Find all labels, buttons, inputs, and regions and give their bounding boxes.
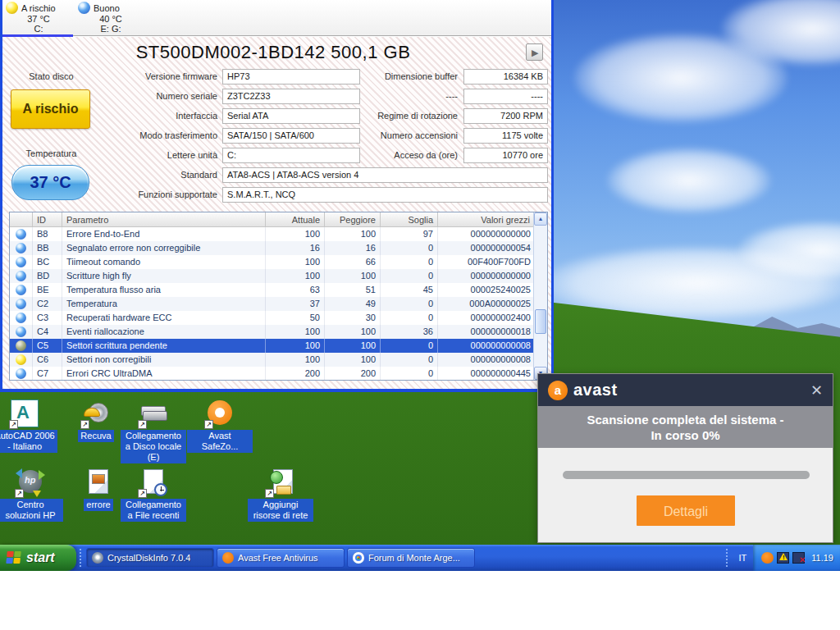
col-parametro[interactable]: Parametro: [62, 212, 266, 226]
disk-health-button[interactable]: A rischio: [11, 89, 90, 129]
disk-tab-temp: 37 °C: [6, 14, 71, 24]
smart-row-BB[interactable]: BB Segnalato errore non correggibile 16 …: [10, 241, 547, 255]
desktop-icon-autocad[interactable]: A↗ AutoCAD 2006 - Italiano: [0, 399, 57, 453]
disk-status-led-blue-icon: [78, 2, 90, 14]
attr-threshold: 0: [381, 311, 438, 325]
col-valori-grezzi[interactable]: Valori grezzi: [438, 212, 535, 226]
field-value[interactable]: Serial ATA: [222, 108, 360, 124]
field-label: Lettere unità: [101, 150, 217, 160]
field-value[interactable]: 16384 KB: [463, 69, 548, 84]
desktop-icon-centro-hp[interactable]: hp↗ Centro soluzioni HP: [0, 468, 63, 522]
attr-raw: 00F400F700FD: [438, 255, 535, 269]
scroll-thumb[interactable]: [535, 309, 546, 334]
attr-worst: 49: [325, 297, 381, 311]
desktop-icon-risorse-rete[interactable]: ↗ Aggiungi risorse di rete: [248, 468, 313, 522]
smart-row-C2[interactable]: C2 Temperatura 37 49 0 000A00000025: [10, 297, 547, 311]
security-warning-tray-icon[interactable]: !: [777, 552, 789, 564]
field-label: Acceso da (ore): [363, 150, 458, 160]
smart-row-BD[interactable]: BD Scritture high fly 100 100 0 00000000…: [10, 269, 547, 283]
clock[interactable]: 11.19: [811, 553, 833, 563]
field-value[interactable]: 7200 RPM: [463, 108, 548, 124]
attr-name: Scritture high fly: [62, 269, 266, 283]
smart-row-C4[interactable]: C4 Eventi riallocazione 100 100 36 00000…: [10, 325, 547, 339]
attr-current: 100: [266, 353, 325, 367]
attribute-led-blue-icon: [10, 311, 33, 325]
smart-row-C6[interactable]: C6 Settori non corregibili 100 100 0 000…: [10, 353, 547, 367]
errore-icon: [84, 468, 112, 496]
field-value[interactable]: HP73: [222, 69, 360, 84]
recuva-icon: ↗: [82, 399, 110, 427]
shortcut-arrow-icon: ↗: [15, 489, 24, 498]
attr-worst: 30: [325, 311, 381, 325]
taskbar-button-avast[interactable]: Avast Free Antivirus: [217, 548, 345, 568]
desktop-icon-disco-locale[interactable]: ↗ Collegamento a Disco locale (E): [121, 399, 186, 463]
shortcut-arrow-icon: ↗: [138, 420, 147, 429]
language-indicator[interactable]: IT: [733, 553, 754, 563]
field-value[interactable]: S.M.A.R.T., NCQ: [222, 187, 548, 203]
taskbar-button-crystaldiskinfo[interactable]: CrystalDiskInfo 7.0.4: [86, 548, 214, 568]
smart-row-B8[interactable]: B8 Errore End-to-End 100 100 97 00000000…: [10, 227, 547, 241]
centro-hp-icon: hp↗: [16, 468, 44, 496]
attr-threshold: 0: [381, 269, 438, 283]
smart-row-C3[interactable]: C3 Recuperati hardware ECC 50 30 0 00000…: [10, 311, 547, 325]
attr-worst: 100: [325, 227, 381, 241]
smart-table-scrollbar[interactable]: ▲ ▼: [533, 212, 547, 380]
field-value[interactable]: SATA/150 | SATA/600: [222, 128, 360, 144]
field-value[interactable]: C:: [222, 148, 360, 163]
smart-row-BE[interactable]: BE Temperatura flusso aria 63 51 45 0000…: [10, 283, 547, 297]
taskbar-button-chrome-forum[interactable]: Forum di Monte Arge...: [347, 548, 475, 568]
field-label: Funzioni supportate: [101, 189, 217, 199]
disk-select-strip: A rischio 37 °C C: Buono 40 °C E: G:: [2, 0, 551, 36]
avast-icon: [222, 552, 234, 564]
scroll-up-icon[interactable]: ▲: [534, 212, 547, 226]
desktop-icon-file-recenti[interactable]: ↗ Collegamento a File recenti: [121, 468, 186, 522]
next-disk-button[interactable]: ▶: [526, 43, 543, 61]
field-value[interactable]: ----: [463, 89, 548, 104]
attr-name: Temperatura flusso aria: [62, 283, 266, 297]
desktop-icon-label: Aggiungi risorse di rete: [248, 499, 313, 522]
desktop-icon-label: Avast SafeZo...: [187, 430, 253, 453]
field-label: Modo trasferimento: [101, 130, 217, 140]
attr-name: Eventi riallocazione: [62, 325, 266, 339]
attr-worst: 100: [325, 353, 381, 367]
attr-worst: 200: [325, 367, 381, 381]
attr-raw: 000000002400: [438, 311, 535, 325]
col-soglia[interactable]: Soglia: [381, 212, 438, 226]
disco-locale-icon: ↗: [139, 399, 167, 427]
desktop-icon-avast-safezone[interactable]: ↗ Avast SafeZo...: [187, 399, 253, 453]
attr-current: 100: [266, 339, 325, 353]
attribute-led-blue-icon: [10, 241, 33, 255]
start-button[interactable]: start: [0, 545, 76, 571]
smart-row-BC[interactable]: BC Tiimeout comando 100 66 0 00F400F700F…: [10, 255, 547, 269]
field-value[interactable]: 1175 volte: [463, 128, 548, 144]
field-value[interactable]: ATA8-ACS | ATA8-ACS version 4: [222, 167, 548, 183]
col-peggiore[interactable]: Peggiore: [325, 212, 381, 226]
desktop-icon-label: Collegamento a File recenti: [121, 499, 186, 522]
close-icon[interactable]: ✕: [810, 383, 823, 398]
attr-current: 100: [266, 325, 325, 339]
attr-threshold: 0: [381, 367, 438, 381]
col-id[interactable]: ID: [33, 212, 62, 226]
desktop-icon-recuva[interactable]: ↗ Recuva: [63, 399, 129, 442]
smart-row-C5[interactable]: C5 Settori scrittura pendente 100 100 0 …: [10, 339, 547, 353]
field-value[interactable]: Z3TC2Z33: [222, 89, 360, 104]
dettagli-button[interactable]: Dettagli: [637, 495, 735, 526]
attr-worst: 51: [325, 283, 381, 297]
smart-row-C7[interactable]: C7 Errori CRC UltraDMA 200 200 0 0000000…: [10, 367, 547, 381]
quicklaunch-handle[interactable]: [80, 549, 83, 567]
system-tray: ! ✕ 11.19: [753, 545, 840, 571]
network-disconnected-tray-icon[interactable]: ✕: [792, 552, 805, 564]
attribute-led-blue-icon: [10, 367, 33, 381]
temperature-button[interactable]: 37 °C: [11, 165, 89, 200]
avast-tray-icon[interactable]: [761, 552, 774, 564]
col-attuale[interactable]: Attuale: [266, 212, 325, 226]
shortcut-arrow-icon: ↗: [9, 420, 18, 429]
field-value[interactable]: 10770 ore: [463, 148, 548, 163]
field-label: Versione firmware: [101, 71, 217, 81]
shortcut-arrow-icon: ↗: [265, 489, 274, 498]
disk-tab-eg[interactable]: Buono 40 °C E: G:: [75, 0, 147, 35]
field-label: Numero accensioni: [363, 130, 458, 140]
disk-tab-c[interactable]: A rischio 37 °C C:: [2, 0, 75, 35]
attr-id: C2: [33, 297, 62, 311]
tray-handle[interactable]: [726, 549, 729, 567]
